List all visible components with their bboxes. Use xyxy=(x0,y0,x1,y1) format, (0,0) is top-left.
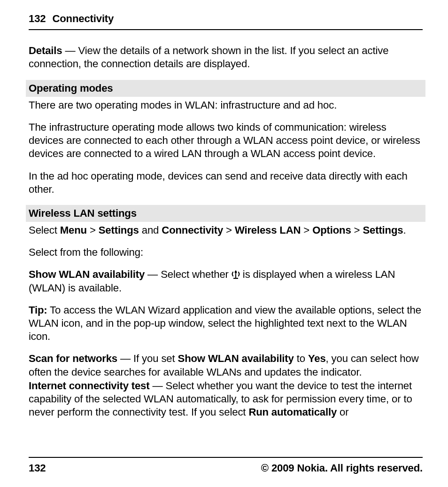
details-separator: — xyxy=(62,45,78,56)
nav-sep1: > xyxy=(87,224,99,236)
section-heading-operating-modes: Operating modes xyxy=(26,80,425,97)
details-label: Details xyxy=(29,45,62,56)
nav-sep3: > xyxy=(301,224,312,236)
svg-rect-0 xyxy=(235,274,236,278)
tip-label: Tip: xyxy=(29,304,47,316)
nav-menu: Menu xyxy=(60,224,87,236)
scan-label: Scan for networks xyxy=(29,353,117,364)
details-text: View the details of a network shown in t… xyxy=(29,45,388,70)
svg-rect-1 xyxy=(233,278,238,279)
wlan-settings-navigation: Select Menu > Settings and Connectivity … xyxy=(29,224,423,237)
nav-sep2: > xyxy=(223,224,235,236)
scan-inline-show-wlan: Show WLAN availability xyxy=(178,353,294,364)
show-wlan-label: Show WLAN availability xyxy=(29,268,145,280)
nav-wireless-lan: Wireless LAN xyxy=(235,224,301,236)
wlan-indicator-icon xyxy=(232,269,240,279)
ict-run-automatically: Run automatically xyxy=(248,406,337,418)
page-body: Details — View the details of a network … xyxy=(29,44,423,419)
scan-yes: Yes xyxy=(308,353,326,364)
operating-modes-p1: There are two operating modes in WLAN: i… xyxy=(29,99,423,112)
select-from-text: Select from the following: xyxy=(29,246,423,259)
scan-pre: — If you set xyxy=(117,353,178,364)
footer-page-number: 132 xyxy=(29,462,46,475)
show-wlan-pre: — Select whether xyxy=(145,268,232,280)
nav-options: Options xyxy=(312,224,351,236)
scan-mid: to xyxy=(294,353,308,364)
ict-or: or xyxy=(337,406,348,418)
nav-sep4: > xyxy=(351,224,363,236)
nav-prefix: Select xyxy=(29,224,60,236)
nav-settings2: Settings xyxy=(363,224,403,236)
scan-for-networks-paragraph: Scan for networks — If you set Show WLAN… xyxy=(29,352,423,378)
tip-paragraph: Tip: To access the WLAN Wizard applicati… xyxy=(29,304,423,344)
nav-and: and xyxy=(139,224,162,236)
page-footer: 132 © 2009 Nokia. All rights reserved. xyxy=(29,457,423,475)
nav-connectivity: Connectivity xyxy=(162,224,223,236)
tip-text: To access the WLAN Wizard application an… xyxy=(29,304,421,342)
internet-connectivity-test-paragraph: Internet connectivity test — Select whet… xyxy=(29,379,423,419)
footer-copyright: © 2009 Nokia. All rights reserved. xyxy=(261,462,423,475)
details-paragraph: Details — View the details of a network … xyxy=(29,44,423,71)
show-wlan-availability-paragraph: Show WLAN availability — Select whether … xyxy=(29,268,423,294)
operating-modes-p2: The infrastructure operating mode allows… xyxy=(29,121,423,161)
ict-label: Internet connectivity test xyxy=(29,380,149,392)
operating-modes-p3: In the ad hoc operating mode, devices ca… xyxy=(29,170,423,196)
header-section-title: Connectivity xyxy=(52,13,114,24)
header-page-number: 132 xyxy=(29,13,46,24)
running-header: 132Connectivity xyxy=(29,12,423,30)
section-heading-wlan-settings: Wireless LAN settings xyxy=(26,205,425,222)
nav-period: . xyxy=(403,224,406,236)
nav-settings: Settings xyxy=(99,224,139,236)
